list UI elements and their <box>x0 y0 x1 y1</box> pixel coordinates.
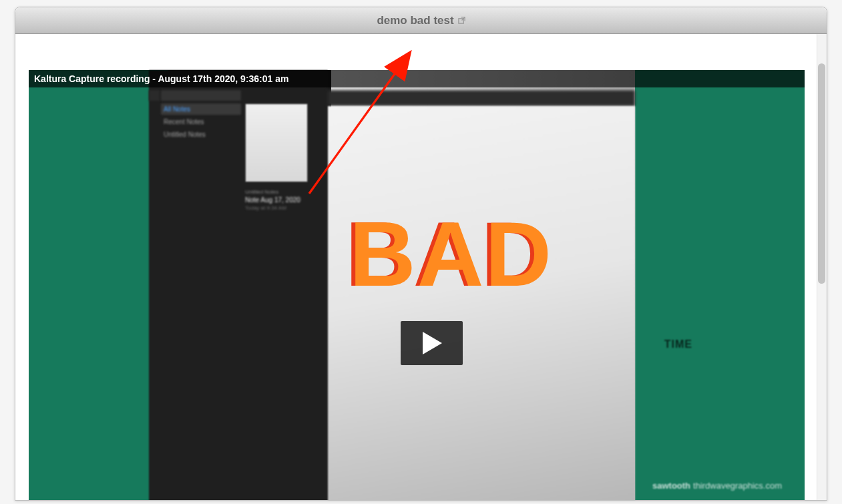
bg-time-label: TIME <box>664 338 692 350</box>
video-bg-right <box>635 70 805 500</box>
bg-sidebar-item: Recent Notes <box>161 116 241 128</box>
bg-note-title: Note Aug 17, 2020 <box>245 196 325 204</box>
bg-compose-icon <box>149 90 160 101</box>
window-titlebar[interactable]: demo bad test <box>15 7 827 34</box>
bg-note-subtitle: Today at 9:34 AM <box>245 205 325 211</box>
bg-search-field <box>161 90 241 101</box>
scrollbar-thumb[interactable] <box>818 63 825 284</box>
play-button[interactable] <box>401 321 463 365</box>
bg-watermark-brand: sawtooth <box>652 481 690 491</box>
window-title: demo bad test <box>377 14 465 27</box>
popout-icon[interactable] <box>458 14 465 27</box>
video-overlay-text: BAD <box>349 208 553 300</box>
window-content: All Notes Recent Notes Untitled Notes Un… <box>15 34 827 500</box>
app-window: demo bad test All Notes Recent Notes <box>15 7 827 501</box>
scrollbar-track[interactable] <box>817 34 827 500</box>
bg-sidebar-list: All Notes Recent Notes Untitled Notes <box>161 103 241 142</box>
bg-watermark-domain: thirdwavegraphics.com <box>693 481 782 491</box>
video-player[interactable]: All Notes Recent Notes Untitled Notes Un… <box>29 70 805 500</box>
video-title-text: Kaltura Capture recording - August 17th … <box>34 73 288 84</box>
bg-note-folder: Untitled Notes <box>245 189 325 195</box>
bg-sidebar-item: Untitled Notes <box>161 129 241 140</box>
play-icon <box>421 330 443 356</box>
bg-watermark: sawtooththirdwavegraphics.com <box>652 481 782 491</box>
window-title-text: demo bad test <box>377 14 453 27</box>
bg-note-thumbnail <box>245 103 308 182</box>
svg-marker-1 <box>423 332 442 354</box>
video-title-bar: Kaltura Capture recording - August 17th … <box>29 70 805 87</box>
video-bg-toolbar <box>328 90 635 106</box>
video-bg-left <box>29 70 149 500</box>
bg-note-meta: Untitled Notes Note Aug 17, 2020 Today a… <box>245 189 325 211</box>
bg-sidebar-item: All Notes <box>161 103 241 115</box>
